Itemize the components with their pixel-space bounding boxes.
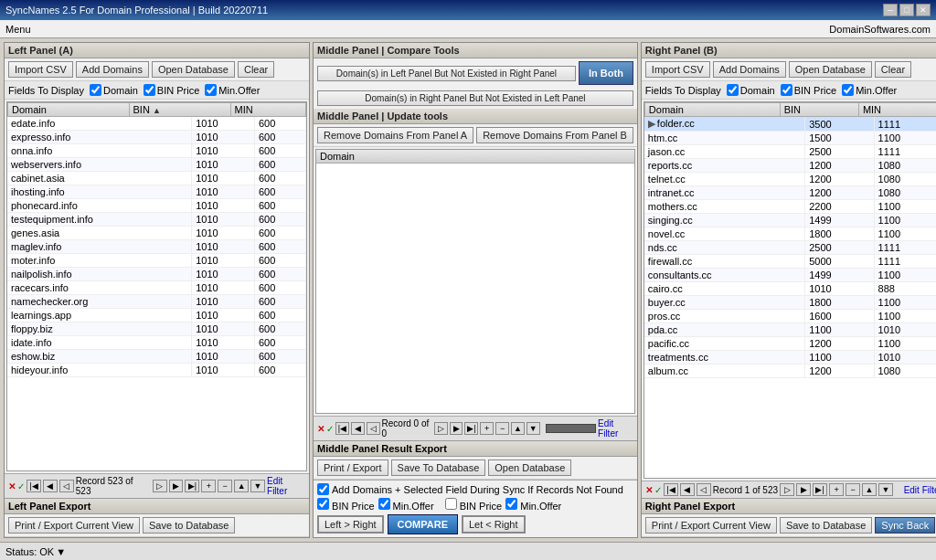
- right-nav-prev[interactable]: ◀: [680, 483, 695, 496]
- close-button[interactable]: ✕: [916, 4, 931, 16]
- sync-bin-price-right-check[interactable]: BIN Price: [445, 498, 503, 512]
- left-table-row[interactable]: phonecard.info1010600: [7, 199, 306, 213]
- middle-nav-first[interactable]: |◀: [335, 422, 349, 435]
- right-col-min[interactable]: MIN: [858, 103, 936, 117]
- right-nav-prev2[interactable]: ◁: [697, 483, 711, 496]
- right-table-row[interactable]: htm.cc15001100: [644, 132, 936, 145]
- right-table-row[interactable]: album.cc12001080: [644, 365, 936, 378]
- middle-filter-check[interactable]: ✓: [326, 424, 334, 434]
- btn-left-not-right[interactable]: Domain(s) in Left Panel But Not Existed …: [317, 66, 576, 81]
- right-nav-first[interactable]: |◀: [664, 483, 678, 496]
- left-col-bin[interactable]: BIN ▲: [129, 103, 230, 117]
- left-table-row[interactable]: testequipment.info1010600: [7, 213, 306, 227]
- right-table-row[interactable]: buyer.cc18001100: [644, 296, 936, 310]
- right-filter-check[interactable]: ✓: [654, 485, 662, 495]
- left-table-row[interactable]: expresso.info1010600: [7, 131, 306, 144]
- left-open-database-button[interactable]: Open Database: [152, 61, 235, 78]
- right-bin-price-check[interactable]: BIN Price: [781, 84, 836, 96]
- middle-print-export-button[interactable]: Print / Export: [317, 460, 388, 476]
- left-nav-next2[interactable]: ▶: [169, 480, 184, 492]
- left-nav-up[interactable]: ▲: [234, 480, 249, 492]
- remove-from-a-button[interactable]: Remove Domains From Panel A: [317, 127, 473, 143]
- right-table-row[interactable]: intranet.cc12001080: [644, 186, 936, 200]
- right-add-domains-button[interactable]: Add Domains: [713, 61, 786, 78]
- right-edit-filter-link[interactable]: Edit Filter: [904, 485, 936, 495]
- left-nav-first[interactable]: |◀: [27, 480, 41, 492]
- right-table-row[interactable]: novel.cc18001100: [644, 227, 936, 241]
- sync-add-domains-check[interactable]: [317, 483, 329, 495]
- left-edit-filter-link[interactable]: Edit Filter: [267, 476, 305, 496]
- right-table-row[interactable]: singing.cc14991100: [644, 214, 936, 227]
- right-table-row[interactable]: ▶folder.cc35001111: [644, 117, 936, 132]
- right-table-row[interactable]: nds.cc25001111: [644, 241, 936, 255]
- right-col-bin[interactable]: BIN: [780, 103, 858, 117]
- left-table-row[interactable]: nailpolish.info1010600: [7, 268, 306, 281]
- left-nav-next[interactable]: ▷: [153, 480, 167, 492]
- middle-filter-x[interactable]: ✕: [317, 424, 324, 434]
- middle-nav-prev[interactable]: ◀: [351, 422, 365, 435]
- left-right-button[interactable]: Left > Right: [317, 515, 384, 534]
- status-dropdown[interactable]: ▼: [56, 546, 66, 557]
- btn-right-not-left[interactable]: Domain(s) in Right Panel But Not Existed…: [317, 90, 633, 106]
- left-domain-check[interactable]: Domain: [90, 84, 138, 96]
- left-clear-button[interactable]: Clear: [238, 61, 274, 78]
- left-table-row[interactable]: ihosting.info1010600: [7, 185, 306, 199]
- right-table-scroll[interactable]: ▶folder.cc35001111htm.cc15001100jason.cc…: [644, 117, 936, 378]
- right-table-row[interactable]: pda.cc11001010: [644, 323, 936, 337]
- left-filter-check[interactable]: ✓: [17, 481, 25, 491]
- remove-from-b-button[interactable]: Remove Domains From Panel B: [476, 127, 633, 143]
- left-min-offer-check[interactable]: Min.Offer: [205, 84, 260, 96]
- maximize-button[interactable]: □: [899, 4, 914, 16]
- sync-min-offer-right-check[interactable]: Min.Offer: [505, 498, 561, 512]
- left-nav-add[interactable]: +: [201, 480, 216, 492]
- left-table-row[interactable]: cabinet.asia1010600: [7, 172, 306, 185]
- left-add-domains-button[interactable]: Add Domains: [76, 61, 149, 78]
- left-table-row[interactable]: webservers.info1010600: [7, 158, 306, 172]
- right-table-row[interactable]: jason.cc25001111: [644, 145, 936, 159]
- right-import-csv-button[interactable]: Import CSV: [645, 61, 710, 78]
- right-save-db-button[interactable]: Save to Database: [780, 517, 872, 534]
- right-table-row[interactable]: pros.cc16001100: [644, 310, 936, 323]
- right-table-row[interactable]: firewall.cc50001111: [644, 255, 936, 269]
- right-table-row[interactable]: treatments.cc11001010: [644, 351, 936, 365]
- middle-edit-filter-link[interactable]: Edit Filter: [598, 418, 633, 438]
- left-nav-prev[interactable]: ◀: [43, 480, 58, 492]
- middle-save-to-db-button[interactable]: Save To Database: [391, 460, 486, 476]
- middle-nav-up[interactable]: ▲: [511, 422, 525, 435]
- left-col-domain[interactable]: Domain: [8, 103, 130, 117]
- right-table-row[interactable]: telnet.cc12001080: [644, 173, 936, 186]
- right-table-row[interactable]: reports.cc12001080: [644, 159, 936, 173]
- middle-nav-down[interactable]: ▼: [526, 422, 540, 435]
- left-table-row[interactable]: onna.info1010600: [7, 144, 306, 158]
- in-both-button[interactable]: In Both: [579, 61, 633, 85]
- compare-button[interactable]: COMPARE: [388, 514, 458, 534]
- middle-nav-next[interactable]: ▷: [434, 422, 448, 435]
- left-table-row[interactable]: genes.asia1010600: [7, 227, 306, 240]
- left-filter-x[interactable]: ✕: [8, 481, 16, 491]
- right-domain-check[interactable]: Domain: [727, 84, 775, 96]
- left-nav-prev2[interactable]: ◁: [59, 480, 74, 492]
- right-table-row[interactable]: pacific.cc12001100: [644, 337, 936, 351]
- left-table-row[interactable]: maglev.info1010600: [7, 240, 306, 254]
- middle-nav-prev2[interactable]: ◁: [367, 422, 380, 435]
- middle-nav-add[interactable]: +: [480, 422, 494, 435]
- minimize-button[interactable]: ─: [883, 4, 898, 16]
- left-nav-down[interactable]: ▼: [250, 480, 265, 492]
- middle-nav-del[interactable]: −: [495, 422, 509, 435]
- right-table-row[interactable]: cairo.cc1010888: [644, 282, 936, 296]
- sync-bin-price-left-check[interactable]: BIN Price: [317, 498, 375, 512]
- left-table-row[interactable]: eshow.biz1010600: [7, 350, 306, 364]
- left-table-row[interactable]: racecars.info1010600: [7, 281, 306, 295]
- middle-nav-last[interactable]: ▶|: [464, 422, 478, 435]
- right-nav-add[interactable]: +: [829, 483, 844, 496]
- left-table-row[interactable]: idate.info1010600: [7, 336, 306, 350]
- right-print-export-button[interactable]: Print / Export Current View: [645, 517, 777, 534]
- left-table-row[interactable]: hideyour.info1010600: [7, 364, 306, 377]
- right-min-offer-check[interactable]: Min.Offer: [842, 84, 897, 96]
- left-table-row[interactable]: learnings.app1010600: [7, 309, 306, 322]
- right-nav-next2[interactable]: ▶: [796, 483, 811, 496]
- middle-open-db-button[interactable]: Open Database: [488, 460, 571, 476]
- right-nav-next[interactable]: ▷: [780, 483, 794, 496]
- left-import-csv-button[interactable]: Import CSV: [8, 61, 73, 78]
- right-nav-down[interactable]: ▼: [878, 483, 893, 496]
